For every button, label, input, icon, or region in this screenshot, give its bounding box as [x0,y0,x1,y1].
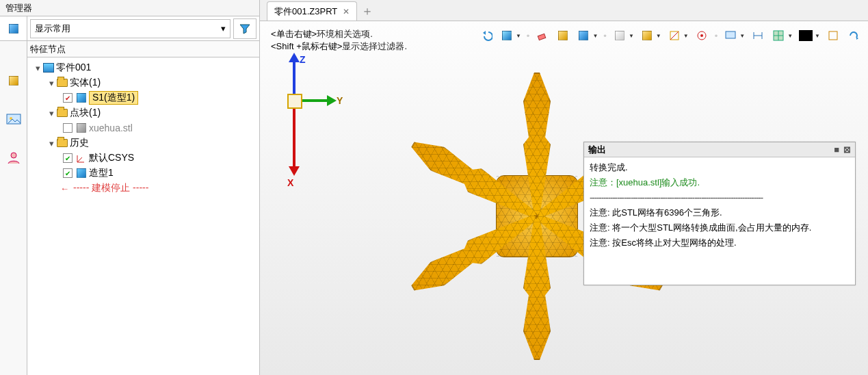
vt-section[interactable] [667,28,682,43]
close-icon[interactable]: ✕ [343,7,350,16]
folder-icon [56,139,68,147]
feature-header: 特征节点 [0,41,259,57]
y-axis-head [327,95,337,106]
checkbox-unchecked-icon[interactable]: ✔ [63,123,73,133]
arrow-left-icon: ← [60,183,69,194]
vt-refresh[interactable] [846,28,861,43]
tab-add-button[interactable]: ＋ [357,1,378,21]
chevron-down-icon[interactable]: ▼ [787,33,793,39]
chevron-down-icon[interactable]: ▼ [656,33,661,39]
svg-rect-3 [538,34,546,40]
separator: • [715,31,718,41]
vt-undo[interactable] [479,28,494,43]
vt-wire1[interactable] [612,28,627,43]
output-line: 注意: 此STL网络有6396个三角形. [590,205,850,220]
tab-part001[interactable]: 零件001.Z3PRT ✕ [267,1,357,21]
cube-gold-icon [641,29,653,42]
sidebar-user[interactable] [5,149,22,166]
eraser-icon [536,29,549,42]
section-icon [668,29,681,42]
cube-wire-icon [614,29,626,42]
tree-block-item-label: xuehua.stl [89,122,133,133]
display-combo[interactable]: 显示常用 ▾ [30,19,231,38]
chevron-down-icon[interactable]: ▼ [629,33,634,39]
vt-color-swatch[interactable] [798,28,813,43]
output-line: 注意: 将一个大型STL网络转换成曲面,会占用大量的内存. [590,220,850,235]
document-tabs: 零件001.Z3PRT ✕ ＋ [260,0,868,21]
vt-measure[interactable] [750,28,765,43]
tree-shape1[interactable]: ✔ 造型1 [27,166,259,181]
tree-stop-marker[interactable]: ← ----- 建模停止 ----- [27,181,259,196]
funnel-icon [239,23,251,35]
caret-icon[interactable]: ▾ [47,108,56,118]
user-icon [6,150,21,165]
chevron-down-icon[interactable]: ▼ [516,33,521,39]
axis-z-label: Z [300,54,306,65]
cube-icon [501,29,513,42]
tree-solid-item-label: S1(造型1) [89,91,138,105]
separator: • [527,31,530,41]
caret-icon[interactable]: ▾ [47,138,56,148]
separator: • [603,31,607,41]
output-separator: ----------------------------------------… [590,190,850,205]
close-icon[interactable]: ⊠ [843,144,851,155]
tree-solid-label: 实体(1) [70,77,101,89]
cube-icon [577,29,590,42]
screen-icon [724,29,737,42]
vt-wire2[interactable] [640,28,655,43]
caret-icon[interactable]: ▾ [33,63,42,73]
tree-root[interactable]: ▾ 零件001 [27,60,259,75]
folder-icon [56,109,68,117]
vt-grid[interactable] [771,28,786,43]
chevron-down-icon[interactable]: ▼ [815,33,820,39]
checkbox-checked-icon[interactable]: ✔ [63,153,73,163]
caret-icon[interactable]: ▾ [47,78,56,88]
output-line: 转换完成. [590,160,850,175]
filter-button[interactable] [233,18,257,39]
undo-icon [480,29,492,42]
cube-gold-icon [557,29,569,42]
image-icon [6,112,21,127]
cube-yellow-icon [8,75,20,87]
viewport-toolbar: ▼ • ▼ • ▼ ▼ ▼ • ▼ ▼ ▼ [479,28,861,43]
vt-cube1[interactable] [499,28,514,43]
output-body[interactable]: 转换完成. 注意：[xuehua.stl]输入成功. -------------… [584,157,855,285]
solid-icon [75,92,88,104]
svg-rect-10 [829,31,837,40]
chevron-down-icon[interactable]: ▼ [739,33,745,39]
sidebar-image[interactable] [5,111,22,127]
vt-cube-blue[interactable] [576,28,591,43]
axis-triad[interactable]: Z Y X [272,53,320,162]
chevron-down-icon[interactable]: ▼ [683,33,689,39]
chevron-down-icon[interactable]: ▼ [592,33,598,39]
sidebar-view-cube[interactable] [5,73,22,89]
output-panel: 输出 ■ ⊠ 转换完成. 注意：[xuehua.stl]输入成功. ------… [583,142,856,285]
vt-screen[interactable] [723,28,738,43]
vt-layers[interactable] [826,28,841,43]
vt-eraser[interactable] [535,28,550,43]
tree-csys[interactable]: ✔ 默认CSYS [27,151,259,166]
vt-target[interactable] [694,28,709,43]
tree-block-item[interactable]: ✔ xuehua.stl [27,120,259,135]
tree-block-group[interactable]: ▾ 点块(1) [27,105,259,120]
viewport-3d[interactable]: <单击右键>环境相关选项. <Shift +鼠标右键>显示选择过滤器. ▼ • … [260,21,868,375]
output-titlebar[interactable]: 输出 ■ ⊠ [584,142,855,157]
vt-cube-gold[interactable] [555,28,570,43]
svg-point-7 [700,34,703,37]
feature-tree[interactable]: ▾ 零件001 ▾ 实体(1) ✔ S1(造型1) ▾ 点块(1) ✔ xueh… [27,57,259,198]
svg-point-2 [11,153,16,158]
manager-mode-icon[interactable] [0,16,27,40]
minimize-icon[interactable]: ■ [834,144,839,155]
display-combo-label: 显示常用 [35,23,70,35]
x-axis-head [289,166,300,176]
tree-solid-group[interactable]: ▾ 实体(1) [27,75,259,90]
checkbox-checked-icon[interactable]: ✔ [63,168,73,178]
solid-icon [75,167,88,179]
tree-solid-item[interactable]: ✔ S1(造型1) [27,90,259,105]
tree-csys-label: 默认CSYS [89,152,134,164]
manager-title: 管理器 [0,0,259,16]
tree-history-group[interactable]: ▾ 历史 [27,135,259,151]
hint2a: <Shift +鼠标右键> [271,41,342,51]
target-icon [696,29,708,42]
checkbox-checked-icon[interactable]: ✔ [63,93,73,103]
